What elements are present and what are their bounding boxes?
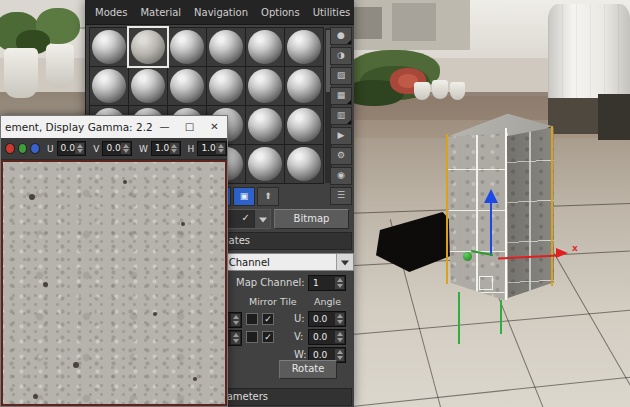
material-sphere: [209, 30, 243, 64]
texture-pore: [29, 194, 35, 200]
material-sphere: [170, 69, 204, 103]
show-end-result-icon[interactable]: ▣: [233, 187, 255, 206]
material-slot[interactable]: [129, 67, 167, 105]
dropdown-arrow-icon[interactable]: [254, 210, 270, 228]
menu-utilities[interactable]: Utilities: [313, 7, 351, 18]
v-field-spinner[interactable]: 0.0: [102, 141, 132, 156]
sample-tools-column: ●◑▨▦▥▶⚙◉☰: [330, 27, 351, 207]
close-icon[interactable]: ✕: [202, 116, 227, 138]
angle-u-value: 0.0: [313, 314, 327, 324]
spinner-arrows-icon[interactable]: [75, 143, 84, 154]
blue-channel-icon[interactable]: [30, 143, 40, 154]
material-slot[interactable]: [90, 67, 128, 105]
spinner-arrows-icon[interactable]: [121, 143, 130, 154]
spinner-arrows-icon[interactable]: [170, 143, 179, 154]
material-slot[interactable]: [285, 28, 323, 66]
spinner-arrows-icon[interactable]: [335, 331, 344, 343]
mirror-v-checkbox[interactable]: [246, 331, 258, 343]
menu-material[interactable]: Material: [140, 7, 181, 18]
material-slot[interactable]: [285, 145, 323, 183]
spinner-arrows-icon[interactable]: [335, 277, 344, 289]
material-slot[interactable]: [285, 106, 323, 144]
material-sphere: [248, 147, 282, 181]
material-slot[interactable]: [207, 28, 245, 66]
material-slot[interactable]: [246, 145, 284, 183]
menu-options[interactable]: Options: [261, 7, 300, 18]
texture-preview-canvas[interactable]: [1, 160, 227, 406]
material-slot[interactable]: [246, 106, 284, 144]
map-channel-label: Map Channel:: [236, 277, 305, 288]
menu-modes[interactable]: Modes: [95, 7, 127, 18]
image-viewer-titlebar[interactable]: ement, Display Gamma: 2.2, ... — □ ✕: [1, 116, 227, 138]
angle-u-spinner[interactable]: 0.0: [308, 311, 346, 327]
angle-w-value: 0.0: [313, 350, 327, 360]
gizmo-z-arrowhead[interactable]: [484, 189, 498, 203]
box-face-front[interactable]: [445, 128, 509, 302]
spinner-arrows-icon[interactable]: [216, 143, 225, 154]
gizmo-center-handle[interactable]: [479, 276, 493, 290]
background-icon[interactable]: ▨: [330, 67, 352, 85]
material-slot[interactable]: [246, 67, 284, 105]
spinner-arrows-icon[interactable]: [335, 313, 344, 325]
options-icon[interactable]: ⚙: [330, 147, 352, 165]
go-parent-icon[interactable]: ⬆: [257, 187, 279, 206]
mirror-u-checkbox[interactable]: [246, 313, 258, 325]
material-slot[interactable]: [90, 28, 128, 66]
u-field-spinner[interactable]: 0.0: [57, 141, 87, 156]
material-sphere: [248, 108, 282, 142]
texture-pore: [33, 394, 38, 399]
h-field-label: H: [188, 144, 195, 154]
map-type-button[interactable]: Bitmap: [274, 209, 349, 229]
material-sphere: [248, 30, 282, 64]
uvw-gizmo-edge: [500, 300, 502, 334]
material-editor-menubar: Modes Material Navigation Options Utilit…: [86, 0, 354, 25]
material-slot[interactable]: [207, 67, 245, 105]
red-channel-icon[interactable]: [5, 143, 15, 154]
material-sphere: [287, 30, 321, 64]
material-slot[interactable]: [246, 28, 284, 66]
gizmo-z-axis[interactable]: [490, 202, 492, 256]
material-slot[interactable]: [168, 67, 206, 105]
gizmo-y-handle[interactable]: [463, 252, 472, 261]
flower-pot: [4, 48, 38, 98]
spinner-arrows-icon[interactable]: [231, 332, 240, 344]
preview-icon[interactable]: ▶: [330, 127, 352, 145]
backlight-icon[interactable]: ◑: [330, 47, 352, 65]
material-slot[interactable]: [129, 28, 167, 66]
material-sphere: [287, 147, 321, 181]
dark-recess: [598, 94, 630, 140]
tile-v-checkbox[interactable]: ✓: [262, 331, 274, 343]
material-sphere: [248, 69, 282, 103]
w-field-spinner[interactable]: 1.0: [151, 141, 181, 156]
select-by-material-icon[interactable]: ◉: [330, 167, 352, 185]
selected-edge[interactable]: [551, 126, 553, 286]
axis-x-label: x: [572, 243, 578, 253]
selected-edge[interactable]: [446, 134, 448, 284]
tile-u-checkbox[interactable]: ✓: [262, 313, 274, 325]
dropdown-arrow-icon[interactable]: [336, 254, 353, 270]
u-field-label: U: [47, 144, 54, 154]
tiling-icon[interactable]: ▦: [330, 87, 352, 105]
angle-v-spinner[interactable]: 0.0: [308, 329, 346, 345]
gizmo-x-arrowhead[interactable]: [556, 248, 568, 258]
material-sphere: [131, 69, 165, 103]
maximize-icon[interactable]: □: [177, 116, 202, 138]
flyout-corner-icon: [347, 120, 351, 124]
menu-navigation[interactable]: Navigation: [194, 7, 248, 18]
material-slot[interactable]: [285, 67, 323, 105]
flyout-corner-icon: [347, 40, 351, 44]
spinner-arrows-icon[interactable]: [231, 314, 240, 326]
sample-type-icon[interactable]: ●: [330, 27, 352, 45]
texture-pore: [181, 222, 185, 226]
green-channel-icon[interactable]: [18, 143, 28, 154]
rotate-button[interactable]: Rotate: [279, 360, 337, 379]
material-slot[interactable]: [168, 28, 206, 66]
uvw-gizmo-edge: [458, 292, 460, 344]
minimize-icon[interactable]: —: [152, 116, 177, 138]
h-field-value: 1.0: [201, 143, 215, 153]
video-color-check-icon[interactable]: ▥: [330, 107, 352, 125]
box-face-right[interactable]: [506, 122, 555, 298]
h-field-spinner[interactable]: 1.0: [197, 141, 227, 156]
navigator-icon[interactable]: ☰: [330, 187, 352, 205]
map-channel-spinner[interactable]: 1: [308, 275, 346, 291]
